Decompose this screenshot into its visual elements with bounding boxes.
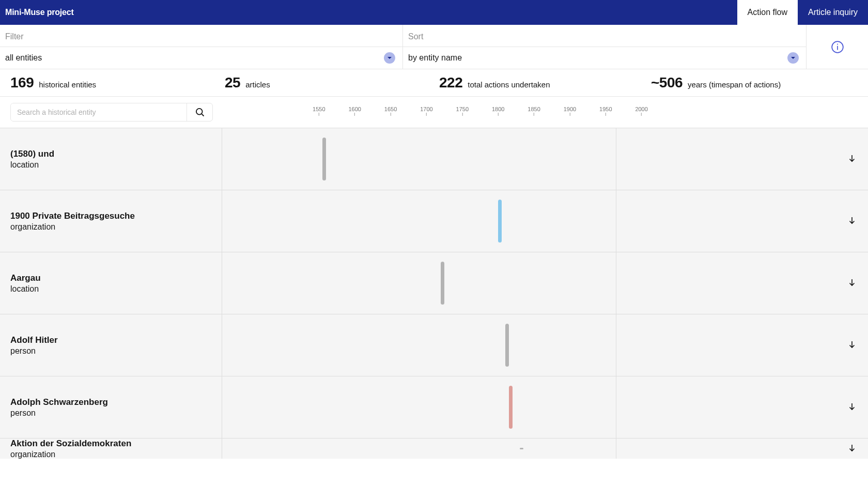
search-icon[interactable] bbox=[187, 103, 212, 121]
entity-expand-cell bbox=[616, 252, 868, 314]
entity-rows: (1580) undlocation1900 Private Beitragsg… bbox=[0, 128, 868, 459]
sort-label: Sort bbox=[408, 32, 801, 41]
axis-tick: 1950 bbox=[599, 106, 612, 116]
entity-timeline-cell bbox=[222, 190, 616, 252]
entity-row[interactable]: Aargaulocation bbox=[0, 252, 868, 314]
axis-tick: 1750 bbox=[456, 106, 469, 116]
filter-value: all entities bbox=[5, 53, 42, 63]
entity-type: organization bbox=[10, 450, 222, 459]
stat-label: total actions undertaken bbox=[468, 80, 550, 89]
tick-label: 1550 bbox=[313, 106, 325, 112]
axis-tick: 1550 bbox=[313, 106, 325, 116]
stat-value: 169 bbox=[10, 74, 34, 91]
entity-timeline-cell bbox=[222, 438, 616, 459]
axis-tick: 1800 bbox=[492, 106, 504, 116]
header-tabs: Action flow Article inquiry bbox=[737, 0, 868, 25]
arrow-down-icon[interactable] bbox=[847, 216, 857, 227]
entity-title: Adolf Hitler bbox=[10, 335, 222, 345]
timeline-bar bbox=[520, 448, 523, 449]
timeline-bar bbox=[505, 324, 509, 367]
app-header: Mini-Muse project Action flow Article in… bbox=[0, 0, 868, 25]
tick-label: 1900 bbox=[564, 106, 576, 112]
search-box bbox=[10, 103, 213, 122]
stat-label: historical entities bbox=[39, 80, 96, 89]
entity-expand-cell bbox=[616, 376, 868, 438]
entity-type: location bbox=[10, 284, 222, 294]
stat-articles: 25 articles bbox=[225, 74, 439, 91]
entity-info: Adolph Schwarzenbergperson bbox=[0, 376, 222, 438]
timeline-bar bbox=[441, 262, 444, 305]
tab-action-flow[interactable]: Action flow bbox=[737, 0, 798, 25]
chevron-down-icon[interactable] bbox=[787, 52, 799, 64]
stat-value: ~506 bbox=[651, 74, 683, 91]
axis-tick: 1900 bbox=[564, 106, 576, 116]
axis-tick: 1600 bbox=[348, 106, 361, 116]
sort-label-wrap: Sort bbox=[403, 25, 806, 47]
tick-label: 1950 bbox=[599, 106, 612, 112]
timeline-bar bbox=[322, 138, 326, 180]
entity-expand-cell bbox=[616, 128, 868, 190]
tick-label: 1800 bbox=[492, 106, 504, 112]
tab-article-inquiry[interactable]: Article inquiry bbox=[798, 0, 868, 25]
arrow-down-icon[interactable] bbox=[847, 154, 857, 165]
entity-expand-cell bbox=[616, 314, 868, 376]
filter-label: Filter bbox=[5, 32, 397, 41]
arrow-down-icon[interactable] bbox=[847, 402, 857, 413]
entity-title: 1900 Private Beitragsgesuche bbox=[10, 211, 222, 221]
axis-tick: 1850 bbox=[528, 106, 540, 116]
sort-value: by entity name bbox=[408, 53, 462, 63]
entity-row[interactable]: Adolph Schwarzenbergperson bbox=[0, 376, 868, 438]
entity-row[interactable]: (1580) undlocation bbox=[0, 128, 868, 190]
timeline-bar bbox=[509, 386, 513, 429]
entity-timeline-cell bbox=[222, 376, 616, 438]
arrow-down-icon[interactable] bbox=[847, 443, 857, 455]
entity-info: Aargaulocation bbox=[0, 252, 222, 314]
entity-row[interactable]: Adolf Hitlerperson bbox=[0, 314, 868, 376]
entity-title: (1580) und bbox=[10, 149, 222, 159]
arrow-down-icon[interactable] bbox=[847, 278, 857, 289]
entity-type: location bbox=[10, 160, 222, 170]
stats-row: 169 historical entities 25 articles 222 … bbox=[0, 69, 868, 97]
stat-timespan: ~506 years (timespan of actions) bbox=[651, 74, 781, 91]
entity-title: Adolph Schwarzenberg bbox=[10, 397, 222, 407]
sort-dropdown[interactable]: by entity name bbox=[403, 47, 806, 69]
svg-line-4 bbox=[202, 114, 204, 116]
arrow-down-icon[interactable] bbox=[847, 340, 857, 351]
entity-timeline-cell bbox=[222, 252, 616, 314]
entity-row[interactable]: Aktion der Sozialdemokratenorganization bbox=[0, 438, 868, 459]
sort-column: Sort by entity name bbox=[403, 25, 806, 69]
entity-type: person bbox=[10, 346, 222, 356]
axis-tick: 1650 bbox=[384, 106, 397, 116]
entity-title: Aargau bbox=[10, 273, 222, 283]
entity-expand-cell bbox=[616, 438, 868, 459]
chevron-down-icon[interactable] bbox=[384, 52, 395, 64]
search-input[interactable] bbox=[11, 103, 187, 121]
stat-value: 222 bbox=[439, 74, 462, 91]
control-row: Filter all entities Sort by entity name bbox=[0, 25, 868, 69]
svg-point-2 bbox=[837, 43, 838, 44]
tick-label: 1750 bbox=[456, 106, 469, 112]
entity-info: Adolf Hitlerperson bbox=[0, 314, 222, 376]
tick-label: 1600 bbox=[348, 106, 361, 112]
tick-label: 1650 bbox=[384, 106, 397, 112]
axis-tick: 2000 bbox=[635, 106, 647, 116]
tick-label: 1700 bbox=[420, 106, 432, 112]
filter-dropdown[interactable]: all entities bbox=[0, 47, 402, 69]
info-icon[interactable] bbox=[830, 40, 845, 54]
entity-info: (1580) undlocation bbox=[0, 128, 222, 190]
entity-info: 1900 Private Beitragsgesucheorganization bbox=[0, 190, 222, 252]
entity-info: Aktion der Sozialdemokratenorganization bbox=[0, 438, 222, 459]
timeline-axis: 1550160016501700175018001850190019502000 bbox=[222, 97, 868, 128]
stat-entities: 169 historical entities bbox=[10, 74, 225, 91]
stat-label: years (timespan of actions) bbox=[688, 80, 781, 89]
stat-value: 25 bbox=[225, 74, 240, 91]
filter-column: Filter all entities bbox=[0, 25, 403, 69]
entity-type: organization bbox=[10, 222, 222, 232]
axis-row: 1550160016501700175018001850190019502000 bbox=[0, 97, 868, 128]
entity-row[interactable]: 1900 Private Beitragsgesucheorganization bbox=[0, 190, 868, 252]
svg-point-3 bbox=[196, 109, 202, 115]
entity-title: Aktion der Sozialdemokraten bbox=[10, 438, 222, 449]
search-wrap bbox=[0, 103, 222, 122]
entity-type: person bbox=[10, 409, 222, 418]
entity-timeline-cell bbox=[222, 128, 616, 190]
